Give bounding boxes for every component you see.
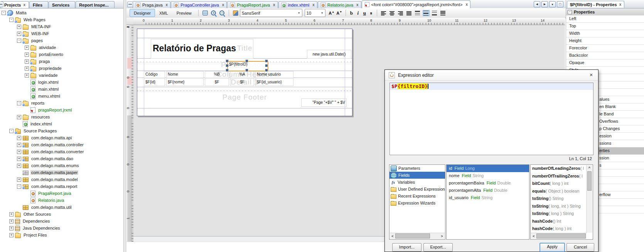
- tree-item[interactable]: Source Packages: [0, 127, 123, 134]
- minimize-panel-icon[interactable]: [0, 2, 3, 7]
- tree-item[interactable]: atividade: [0, 44, 123, 51]
- detail-field-cell[interactable]: $F{id_usuario}: [255, 78, 293, 86]
- tree-expander-icon[interactable]: [25, 46, 29, 50]
- scroll-up-icon[interactable]: ^: [587, 165, 592, 171]
- expression-input[interactable]: $P{filtroID}: [389, 83, 593, 155]
- editor-tab[interactable]: index.xhtml x: [278, 1, 317, 8]
- field-item[interactable]: porcentagemBaixaFieldDouble: [447, 179, 529, 187]
- selection-handle[interactable]: [265, 64, 268, 67]
- selection-handle[interactable]: [265, 69, 268, 72]
- tree-item[interactable]: com.delago.matta.enums: [0, 162, 123, 169]
- minimize-editor-icon[interactable]: [127, 2, 133, 7]
- tree-item[interactable]: login.xhtml: [0, 79, 123, 86]
- category-item[interactable]: fx Variables: [389, 179, 445, 186]
- horizontal-scrollbar[interactable]: < >: [390, 233, 445, 239]
- property-row[interactable]: Top: [566, 23, 644, 30]
- tree-expander-icon[interactable]: [9, 18, 13, 22]
- category-item[interactable]: → Parameters: [389, 165, 445, 172]
- export-button[interactable]: Export...: [423, 243, 453, 252]
- tree-item[interactable]: com.delago.matta.report: [0, 183, 123, 190]
- close-tab-icon[interactable]: x: [273, 3, 275, 7]
- scrollbar-thumb[interactable]: [395, 233, 430, 238]
- tree-expander-icon[interactable]: [9, 233, 13, 237]
- apply-button[interactable]: Apply: [539, 243, 565, 252]
- panel-tab[interactable]: Files: [29, 1, 48, 8]
- tree-item[interactable]: Matta: [0, 9, 123, 16]
- tree-expander-icon[interactable]: [25, 52, 29, 57]
- selection-handle[interactable]: [265, 59, 268, 63]
- tree-item[interactable]: com.delago.matta.dao: [0, 155, 123, 162]
- tree-item[interactable]: reports: [0, 100, 123, 107]
- selection-handle[interactable]: [226, 59, 229, 63]
- tree-expander-icon[interactable]: [17, 143, 21, 147]
- property-row[interactable]: Width: [566, 30, 644, 37]
- tree-expander-icon[interactable]: [17, 157, 21, 161]
- align-right-icon[interactable]: [398, 11, 403, 15]
- collapse-icon[interactable]: -: [568, 10, 572, 14]
- field-item[interactable]: nomeFieldString: [447, 172, 529, 179]
- xml-view-button[interactable]: XML: [155, 9, 172, 17]
- vertical-scrollbar[interactable]: ^: [586, 165, 592, 233]
- report-page[interactable]: Title Page Header Column Header Detail 1…: [137, 29, 352, 116]
- import-button[interactable]: Import...: [392, 243, 421, 252]
- selection-handle[interactable]: [245, 59, 248, 63]
- tree-item[interactable]: pages: [0, 37, 123, 44]
- report-query-button[interactable]: [201, 9, 209, 17]
- tree-expander-icon[interactable]: [25, 66, 29, 71]
- tree-expander-icon[interactable]: [17, 164, 21, 168]
- column-header-cell[interactable]: %A: [230, 71, 254, 78]
- detail-field-cell[interactable]: $F: [205, 78, 229, 86]
- function-item[interactable]: numberOfTrailingZeros( l: [531, 173, 593, 180]
- properties-group-header[interactable]: - Properties: [566, 8, 644, 16]
- horizontal-scrollbar[interactable]: <: [531, 233, 587, 239]
- tree-item[interactable]: WEB-INF: [0, 30, 123, 37]
- detail-field-cell[interactable]: $F{id}: [144, 78, 165, 86]
- close-tab-icon[interactable]: x: [356, 3, 359, 7]
- close-tab-icon[interactable]: x: [166, 3, 168, 7]
- tree-item[interactable]: menu.xhtml: [0, 93, 123, 100]
- panel-splitter[interactable]: [124, 0, 126, 252]
- designer-view-button[interactable]: Designer: [130, 9, 155, 17]
- tree-expander-icon[interactable]: [25, 59, 29, 64]
- function-item[interactable]: toString( long ) String: [531, 210, 593, 218]
- category-item[interactable]: Fields: [389, 172, 445, 179]
- cancel-button[interactable]: Cancel: [566, 243, 594, 252]
- report-title-element[interactable]: Relatório de Pragas: [151, 39, 253, 59]
- tree-item[interactable]: PragaReport.java: [0, 190, 123, 197]
- align-center-icon[interactable]: [389, 11, 395, 15]
- scroll-tabs-left-icon[interactable]: ◀: [534, 1, 540, 7]
- tree-item[interactable]: pragaReport.jrxml: [0, 107, 123, 113]
- column-header-cell[interactable]: Nome: [166, 71, 204, 78]
- properties-tab[interactable]: $P{filtroID} - Properties x: [567, 1, 624, 8]
- align-justify-icon[interactable]: [406, 11, 412, 15]
- tree-expander-icon[interactable]: [17, 39, 21, 43]
- valign-top-icon[interactable]: [415, 11, 420, 15]
- scrollbar-thumb[interactable]: [536, 233, 586, 238]
- page-number-element[interactable]: "Page "+$V" " + $V: [301, 98, 347, 107]
- tree-item[interactable]: variedade: [0, 72, 123, 79]
- tree-expander-icon[interactable]: [9, 226, 13, 230]
- function-item[interactable]: equals( Object ) boolean: [531, 188, 593, 195]
- property-row[interactable]: Backcolor: [566, 52, 644, 59]
- font-size-select[interactable]: 10 ▼: [305, 9, 325, 17]
- tree-expander-icon[interactable]: [9, 219, 13, 223]
- tree-item[interactable]: index.xhtml: [0, 120, 123, 127]
- tree-item[interactable]: com.delago.matta.controller: [0, 141, 123, 148]
- tree-item[interactable]: com.delago.matta.converter: [0, 148, 123, 155]
- preview-button[interactable]: Preview: [172, 9, 196, 17]
- tree-expander-icon[interactable]: [17, 150, 21, 154]
- property-row[interactable]: Forecolor: [566, 45, 644, 52]
- tree-item[interactable]: Relatorio.java: [0, 197, 123, 204]
- column-header-cell[interactable]: Código: [144, 71, 165, 78]
- tree-item[interactable]: Java Dependencies: [0, 225, 123, 232]
- scroll-tabs-right-icon[interactable]: ▶: [541, 1, 548, 7]
- property-row[interactable]: Opaque: [566, 59, 644, 67]
- editor-tab[interactable]: Relatorio.java x: [318, 1, 361, 8]
- tree-item[interactable]: com.delago.matta.jasper: [0, 169, 123, 176]
- tree-expander-icon[interactable]: [17, 184, 21, 189]
- tree-item[interactable]: Web Pages: [0, 16, 123, 23]
- category-item[interactable]: User Defined Expressions: [389, 186, 445, 193]
- tree-expander-icon[interactable]: [17, 25, 21, 29]
- close-tab-icon[interactable]: x: [312, 3, 315, 7]
- tab-list-dropdown-icon[interactable]: ▼: [549, 1, 556, 7]
